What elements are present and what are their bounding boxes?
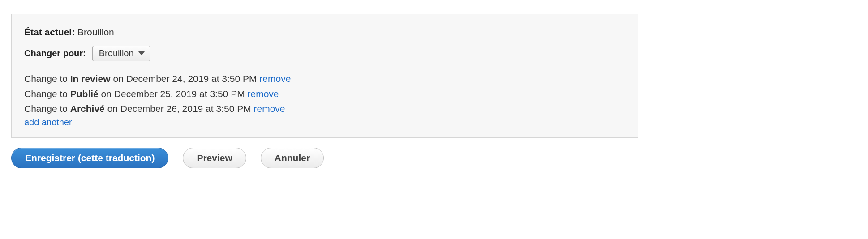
remove-link[interactable]: remove (259, 73, 291, 84)
transition-prefix: Change to (24, 73, 70, 84)
transition-state: In review (70, 73, 111, 84)
remove-link[interactable]: remove (254, 103, 285, 114)
change-to-row: Changer pour: Brouillon (24, 46, 625, 61)
current-state-value: Brouillon (77, 27, 114, 37)
change-to-selected-value: Brouillon (99, 48, 134, 59)
transition-row: Change to Publié on December 25, 2019 at… (24, 86, 625, 102)
current-state-row: État actuel: Brouillon (24, 27, 625, 38)
transition-date: on December 24, 2019 at 3:50 PM (111, 73, 260, 84)
transition-date: on December 25, 2019 at 3:50 PM (99, 89, 248, 99)
transition-state: Archivé (70, 103, 105, 114)
transition-state: Publié (70, 89, 99, 99)
preview-button[interactable]: Preview (183, 148, 246, 168)
scheduled-transitions: Change to In review on December 24, 2019… (24, 71, 625, 128)
transition-prefix: Change to (24, 103, 70, 114)
change-to-label: Changer pour: (24, 48, 86, 59)
moderation-state-panel: État actuel: Brouillon Changer pour: Bro… (11, 14, 638, 138)
current-state-label: État actuel: (24, 27, 75, 37)
transition-date: on December 26, 2019 at 3:50 PM (105, 103, 254, 114)
cancel-button[interactable]: Annuler (261, 148, 324, 168)
remove-link[interactable]: remove (247, 89, 279, 99)
add-another-link[interactable]: add another (24, 117, 72, 128)
change-to-select[interactable]: Brouillon (92, 46, 150, 61)
form-actions: Enregistrer (cette traduction) Preview A… (11, 148, 857, 168)
transition-row: Change to In review on December 24, 2019… (24, 71, 625, 86)
top-divider (11, 9, 638, 9)
chevron-down-icon (138, 51, 145, 55)
transition-row: Change to Archivé on December 26, 2019 a… (24, 101, 625, 116)
transition-prefix: Change to (24, 89, 70, 99)
save-button[interactable]: Enregistrer (cette traduction) (11, 148, 168, 168)
